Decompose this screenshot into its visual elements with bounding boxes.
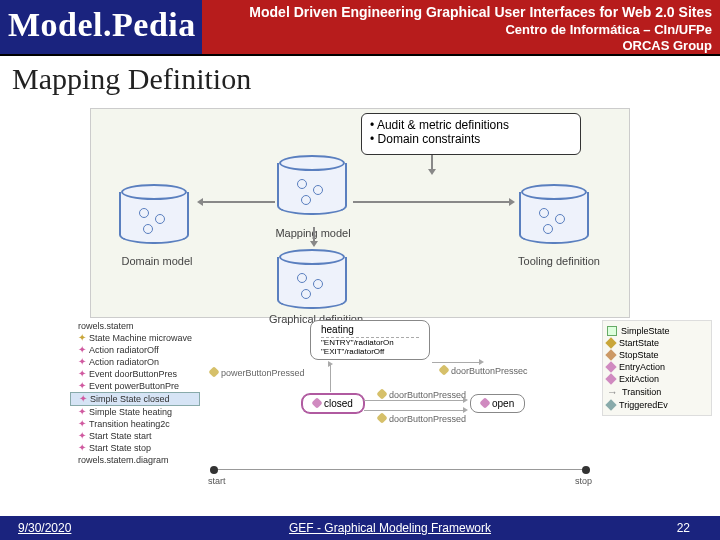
legend-entryaction: EntryAction (607, 361, 707, 373)
graph-axis (210, 469, 590, 470)
footer-page-number: 22 (640, 521, 720, 535)
legend-startstate: StartState (607, 337, 707, 349)
legend-panel: SimpleState StartState StopState EntryAc… (602, 320, 712, 416)
tree-panel: rowels.statem ✦State Machine microwave ✦… (70, 320, 200, 466)
legend-stopstate: StopState (607, 349, 707, 361)
label-powerbtn: powerButtonPressed (210, 368, 305, 378)
tree-item: ✦Action radiatorOn (70, 356, 200, 368)
axis-stop: stop (575, 476, 592, 486)
note-line-2: Domain constraints (370, 132, 572, 146)
legend-simplestate: SimpleState (607, 325, 707, 337)
legend-exitaction: ExitAction (607, 373, 707, 385)
state-graph: heating "ENTRY"/radiatorOn "EXIT"/radiat… (210, 320, 590, 480)
legend-transition: →Transition (607, 385, 707, 399)
slide-title: Mapping Definition (12, 62, 251, 96)
arrow-mapping-to-tooling (353, 201, 513, 203)
header-subtitle-2: ORCAS Group (622, 38, 712, 53)
tree-item: ✦State Machine microwave (70, 332, 200, 344)
tree-item: ✦Start State start (70, 430, 200, 442)
legend-triggeredev: TriggeredEv (607, 399, 707, 411)
header-subtitle-1: Centro de Informática – CIn/UFPe (505, 22, 712, 37)
tree-item: ✦Action radiatorOff (70, 344, 200, 356)
tree-item-selected: ✦Simple State closed (70, 392, 200, 406)
edge (432, 362, 482, 363)
tree-footer: rowels.statem.diagram (70, 454, 200, 466)
label-doorbtn: doorButtonPressed (378, 390, 466, 400)
stop-dot (582, 466, 590, 474)
arrow-mapping-to-graphical (313, 227, 315, 245)
label-tooling: Tooling definition (499, 255, 619, 267)
diagram-area: Audit & metric definitions Domain constr… (90, 108, 630, 318)
tree-header: rowels.statem (70, 320, 200, 332)
node-open: open (470, 394, 525, 413)
brand-logo: Model.Pedia (8, 6, 196, 44)
header-title: Model Driven Engineering Graphical User … (249, 4, 712, 20)
start-dot (210, 466, 218, 474)
tree-item: ✦Event doorButtonPres (70, 368, 200, 380)
footer-title: GEF - Graphical Modeling Framework (140, 521, 640, 535)
axis-start: start (208, 476, 226, 486)
footer-date: 9/30/2020 (0, 521, 140, 535)
node-closed: closed (302, 394, 364, 413)
arrow-note-to-mapping (431, 155, 433, 173)
footer: 9/30/2020 GEF - Graphical Modeling Frame… (0, 516, 720, 540)
label-doorbtn3: doorButtonPressed (378, 414, 466, 424)
edge (330, 364, 331, 392)
tree-item: ✦Event powerButtonPre (70, 380, 200, 392)
node-heating: heating "ENTRY"/radiatorOn "EXIT"/radiat… (310, 320, 430, 360)
tree-item: ✦Start State stop (70, 442, 200, 454)
edge (364, 410, 466, 411)
label-doorbtn2: doorButtonPressec (440, 366, 528, 376)
note-line-1: Audit & metric definitions (370, 118, 572, 132)
label-domain: Domain model (97, 255, 217, 267)
note-box: Audit & metric definitions Domain constr… (361, 113, 581, 155)
tree-item: ✦Simple State heating (70, 406, 200, 418)
tree-item: ✦Transition heating2c (70, 418, 200, 430)
edge (364, 400, 466, 401)
arrow-mapping-to-domain (199, 201, 275, 203)
header: Model.Pedia Model Driven Engineering Gra… (0, 0, 720, 56)
